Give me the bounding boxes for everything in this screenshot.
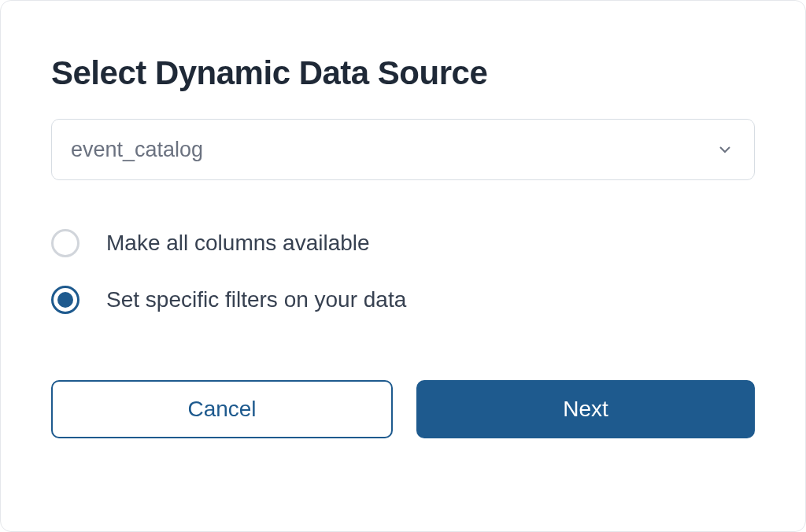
radio-indicator (51, 229, 79, 257)
dialog-title: Select Dynamic Data Source (51, 54, 755, 92)
radio-indicator (51, 286, 79, 314)
cancel-button[interactable]: Cancel (51, 380, 393, 438)
radio-group: Make all columns available Set specific … (51, 229, 755, 314)
radio-label: Make all columns available (106, 231, 370, 256)
select-value-text: event_catalog (71, 138, 203, 162)
next-button[interactable]: Next (416, 380, 755, 438)
data-source-select[interactable]: event_catalog (51, 119, 755, 180)
radio-label: Set specific filters on your data (106, 287, 406, 312)
button-row: Cancel Next (51, 380, 755, 438)
dialog-container: Select Dynamic Data Source event_catalog… (0, 0, 806, 532)
radio-option-all-columns[interactable]: Make all columns available (51, 229, 755, 257)
select-value: event_catalog (51, 119, 755, 180)
radio-option-specific-filters[interactable]: Set specific filters on your data (51, 286, 755, 314)
